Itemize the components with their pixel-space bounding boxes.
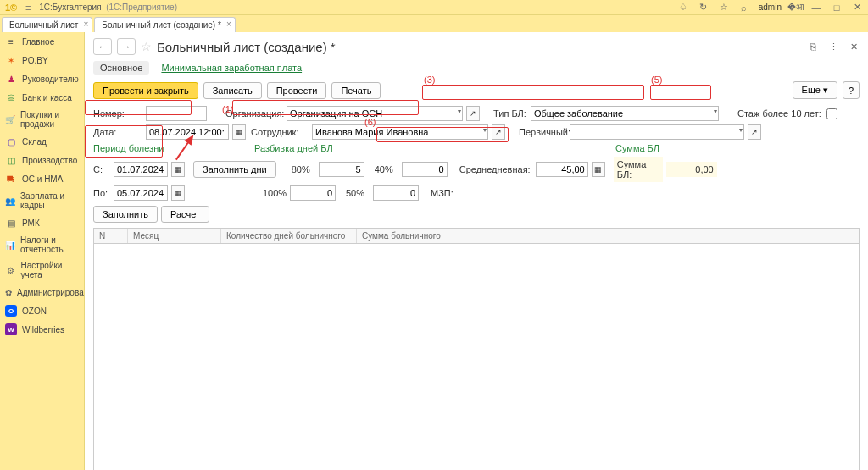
sidebar-item-taxes[interactable]: 📊Налоги и отчетность xyxy=(0,232,84,257)
report-icon: 📊 xyxy=(5,239,15,251)
subtab-minwage[interactable]: Минимальная заработная плата xyxy=(161,61,302,75)
calc-icon[interactable]: ▦ xyxy=(592,162,605,177)
period-header: Период болезни xyxy=(93,143,251,153)
avg-input[interactable] xyxy=(536,162,588,177)
close-icon[interactable]: ✕ xyxy=(851,2,863,14)
star-icon[interactable]: ☆ xyxy=(718,2,730,14)
org-label: Организация: xyxy=(225,108,283,119)
to-input[interactable] xyxy=(114,185,168,201)
wb-icon: W xyxy=(5,323,17,335)
factory-icon: ◫ xyxy=(5,154,17,166)
settings-icon[interactable]: �आ xyxy=(790,2,802,14)
p40-label: 40% xyxy=(375,164,398,174)
annot-4: (4) xyxy=(85,131,86,141)
sidebar-item-os[interactable]: ⛟ОС и НМА xyxy=(0,169,84,188)
sidebar-item-ozon[interactable]: OOZON xyxy=(0,301,84,320)
page-subtabs: Основное Минимальная заработная плата xyxy=(93,61,860,75)
min-label: МЗП: xyxy=(431,188,504,198)
bell-icon[interactable]: ♤ xyxy=(677,2,689,14)
p50-label: 50% xyxy=(346,188,370,198)
sidebar-item-bank[interactable]: ⛁Банк и касса xyxy=(0,88,84,107)
from-input[interactable] xyxy=(114,162,168,177)
sidebar-item-label: Главное xyxy=(22,37,54,47)
maximize-icon[interactable]: □ xyxy=(831,2,843,14)
search-icon[interactable]: ⌕ xyxy=(738,2,750,14)
star-icon: ✶ xyxy=(5,54,17,66)
grid-col-sum[interactable]: Сумма больничного xyxy=(357,229,859,243)
org-open-button[interactable]: ↗ xyxy=(466,106,480,121)
grid-col-month[interactable]: Месяц xyxy=(128,229,221,243)
calendar-icon[interactable]: ▦ xyxy=(171,162,185,177)
more-button[interactable]: Еще ▾ xyxy=(793,81,837,99)
tab-sick-list[interactable]: Больничный лист × xyxy=(2,17,92,32)
p100-input[interactable] xyxy=(290,185,336,201)
tab-label: Больничный лист xyxy=(9,20,78,30)
sidebar-item-rmk[interactable]: ▤РМК xyxy=(0,213,84,232)
sidebar-item-admin[interactable]: ✿Администрирование xyxy=(0,283,84,301)
p40-input[interactable] xyxy=(402,162,448,177)
nav-fwd-button[interactable]: → xyxy=(117,38,136,55)
toolbar: Провести и закрыть Записать Провести Печ… xyxy=(93,81,860,99)
tools-icon: ✿ xyxy=(5,286,12,298)
favorite-icon[interactable]: ☆ xyxy=(141,40,152,53)
date-label: Дата: xyxy=(93,127,142,137)
experience-checkbox[interactable] xyxy=(826,108,837,119)
p80-input[interactable] xyxy=(319,162,364,177)
p50-input[interactable] xyxy=(373,185,419,201)
nav-back-button[interactable]: ← xyxy=(93,38,112,55)
minimize-icon[interactable]: — xyxy=(810,2,822,14)
more-menu-icon[interactable]: ⋮ xyxy=(827,41,839,53)
user-icon: ♟ xyxy=(5,73,17,85)
primary-input[interactable] xyxy=(570,124,744,140)
result-grid[interactable]: N Месяц Количество дней больничного Сумм… xyxy=(93,228,860,470)
main-content: ← → ☆ Больничный лист (создание) * ⎘ ⋮ ✕… xyxy=(85,32,868,470)
ozon-icon: O xyxy=(5,305,17,317)
type-label: Тип БЛ: xyxy=(493,108,527,119)
user-label[interactable]: admin xyxy=(759,3,782,12)
sidebar-item-salary[interactable]: 👥Зарплата и кадры xyxy=(0,188,84,213)
primary-open-button[interactable]: ↗ xyxy=(748,124,761,140)
sidebar-item-main[interactable]: ≡Главное xyxy=(0,32,84,51)
number-input[interactable] xyxy=(146,106,207,121)
sidebar-item-label: Wildberries xyxy=(22,325,64,335)
sidebar-item-wb[interactable]: WWildberries xyxy=(0,320,84,339)
sidebar-item-trade[interactable]: 🛒Покупки и продажи xyxy=(0,107,84,132)
calendar-icon[interactable]: ▦ xyxy=(232,124,246,140)
menu-icon[interactable]: ≡ xyxy=(22,2,34,14)
type-input[interactable] xyxy=(531,106,719,121)
detach-icon[interactable]: ⎘ xyxy=(807,41,819,53)
close-page-icon[interactable]: ✕ xyxy=(848,41,860,53)
grid-col-n[interactable]: N xyxy=(94,229,128,243)
sidebar-item-settings[interactable]: ⚙Настройки учета xyxy=(0,257,84,283)
grid-header: N Месяц Количество дней больничного Сумм… xyxy=(94,229,859,244)
subtab-main[interactable]: Основное xyxy=(93,61,149,75)
sidebar-item-stock[interactable]: ▢Склад xyxy=(0,132,84,151)
experience-label: Стаж более 10 лет: xyxy=(737,108,821,119)
number-label: Номер: xyxy=(93,108,142,119)
sidebar-item-label: Банк и касса xyxy=(22,93,72,102)
emp-input[interactable] xyxy=(312,124,488,140)
org-input[interactable] xyxy=(287,106,463,121)
sidebar-item-poby[interactable]: ✶PO.BY xyxy=(0,51,84,69)
history-icon[interactable]: ↻ xyxy=(698,2,709,14)
calc-button[interactable]: Расчет xyxy=(161,206,209,223)
to-label: По: xyxy=(93,188,110,198)
from-label: С: xyxy=(93,164,110,174)
tab-close-icon[interactable]: × xyxy=(226,19,231,29)
emp-open-button[interactable]: ↗ xyxy=(492,124,505,140)
print-button[interactable]: Печать xyxy=(331,82,381,99)
sidebar-item-label: Зарплата и кадры xyxy=(20,191,79,210)
post-close-button[interactable]: Провести и закрыть xyxy=(93,82,198,99)
grid-col-days[interactable]: Количество дней больничного xyxy=(221,229,357,243)
fill-days-button[interactable]: Заполнить дни xyxy=(193,161,276,178)
sidebar-item-production[interactable]: ◫Производство xyxy=(0,151,84,169)
calendar-icon[interactable]: ▦ xyxy=(171,185,185,201)
post-button[interactable]: Провести xyxy=(267,82,327,99)
sidebar-item-label: Склад xyxy=(22,137,47,147)
fill-button[interactable]: Заполнить xyxy=(93,206,158,223)
write-button[interactable]: Записать xyxy=(203,82,262,99)
tab-sick-list-create[interactable]: Больничный лист (создание) * × xyxy=(94,17,235,32)
help-button[interactable]: ? xyxy=(843,81,860,99)
tab-close-icon[interactable]: × xyxy=(84,19,89,29)
sidebar-item-manager[interactable]: ♟Руководителю xyxy=(0,69,84,88)
